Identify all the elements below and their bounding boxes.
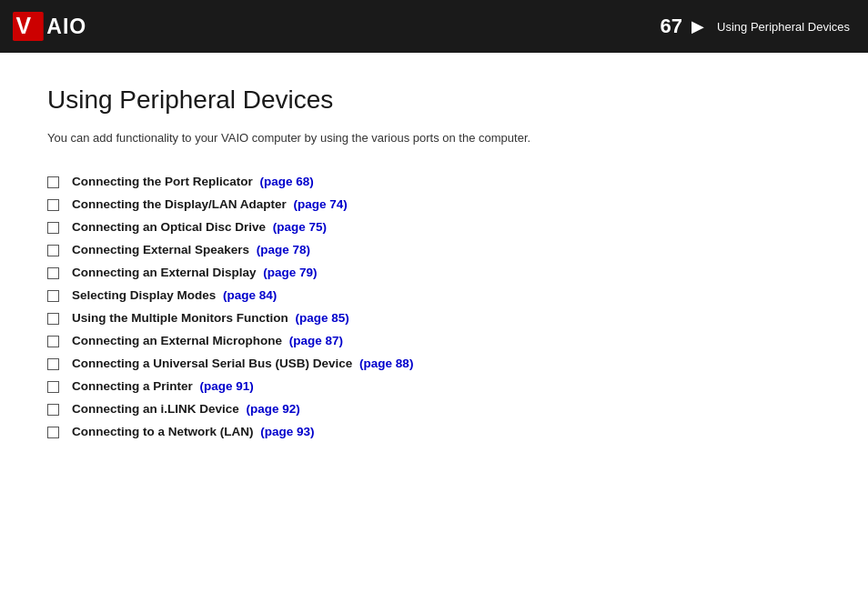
- list-item: Connecting to a Network (LAN) (page 93): [47, 425, 821, 438]
- checkbox-icon: [47, 313, 59, 325]
- checkbox-icon: [47, 176, 59, 188]
- menu-item-link[interactable]: (page 92): [247, 402, 300, 416]
- checkbox-icon: [47, 381, 59, 393]
- checkbox-icon: [47, 404, 59, 416]
- page-header: V AIO 67 ▶ Using Peripheral Devices: [0, 0, 868, 53]
- svg-text:AIO: AIO: [46, 15, 86, 38]
- menu-item-label: Selecting Display Modes (page 84): [72, 288, 277, 302]
- menu-item-text: Connecting a Universal Serial Bus (USB) …: [72, 357, 356, 370]
- menu-item-label: Connecting an Optical Disc Drive (page 7…: [72, 220, 327, 234]
- menu-item-link[interactable]: (page 74): [294, 197, 348, 211]
- checkbox-icon: [47, 199, 59, 211]
- header-right: 67 ▶ Using Peripheral Devices: [661, 15, 850, 38]
- list-item: Connecting the Display/LAN Adapter (page…: [47, 197, 821, 211]
- menu-item-label: Using the Multiple Monitors Function (pa…: [72, 311, 349, 325]
- list-item: Connecting an External Display (page 79): [47, 266, 821, 279]
- menu-item-text: Connecting a Printer: [72, 379, 197, 393]
- vaio-logo: V AIO: [13, 12, 102, 41]
- checkbox-icon: [47, 222, 59, 234]
- menu-item-text: Connecting an i.LINK Device: [72, 402, 243, 416]
- checkbox-icon: [47, 267, 59, 279]
- checkbox-icon: [47, 290, 59, 302]
- checkbox-icon: [47, 427, 59, 438]
- menu-item-text: Using the Multiple Monitors Function: [72, 311, 291, 325]
- menu-item-label: Connecting an External Microphone (page …: [72, 334, 343, 347]
- list-item: Connecting a Universal Serial Bus (USB) …: [47, 357, 821, 370]
- menu-item-text: Connecting an External Display: [72, 266, 259, 279]
- menu-item-text: Connecting an External Microphone: [72, 334, 286, 347]
- intro-paragraph: You can add functionality to your VAIO c…: [47, 129, 821, 147]
- checkbox-icon: [47, 358, 59, 370]
- list-item: Using the Multiple Monitors Function (pa…: [47, 311, 821, 325]
- menu-item-text: Connecting to a Network (LAN): [72, 425, 257, 438]
- list-item: Connecting an Optical Disc Drive (page 7…: [47, 220, 821, 234]
- main-content: Using Peripheral Devices You can add fun…: [0, 53, 868, 475]
- menu-item-link[interactable]: (page 84): [223, 288, 277, 302]
- menu-item-label: Connecting the Display/LAN Adapter (page…: [72, 197, 348, 211]
- list-item: Connecting a Printer (page 91): [47, 379, 821, 393]
- list-item: Connecting an External Microphone (page …: [47, 334, 821, 347]
- menu-item-link[interactable]: (page 78): [257, 243, 310, 256]
- svg-text:V: V: [16, 13, 32, 38]
- menu-item-link[interactable]: (page 85): [295, 311, 348, 325]
- menu-item-link[interactable]: (page 75): [273, 220, 327, 234]
- menu-list: Connecting the Port Replicator (page 68)…: [47, 175, 821, 438]
- arrow-icon: ▶: [691, 16, 704, 36]
- menu-item-label: Connecting to a Network (LAN) (page 93): [72, 425, 315, 438]
- header-section-title: Using Peripheral Devices: [717, 20, 850, 34]
- menu-item-text: Connecting External Speakers: [72, 243, 253, 256]
- menu-item-label: Connecting a Printer (page 91): [72, 379, 254, 393]
- menu-item-label: Connecting the Port Replicator (page 68): [72, 175, 314, 188]
- list-item: Connecting an i.LINK Device (page 92): [47, 402, 821, 416]
- page-title: Using Peripheral Devices: [47, 85, 821, 115]
- menu-item-text: Selecting Display Modes: [72, 288, 219, 302]
- checkbox-icon: [47, 245, 59, 256]
- menu-item-label: Connecting External Speakers (page 78): [72, 243, 310, 256]
- list-item: Selecting Display Modes (page 84): [47, 288, 821, 302]
- list-item: Connecting the Port Replicator (page 68): [47, 175, 821, 188]
- list-item: Connecting External Speakers (page 78): [47, 243, 821, 256]
- menu-item-link[interactable]: (page 68): [260, 175, 314, 188]
- menu-item-text: Connecting the Port Replicator: [72, 175, 257, 188]
- menu-item-link[interactable]: (page 88): [359, 357, 413, 370]
- menu-item-label: Connecting an External Display (page 79): [72, 266, 318, 279]
- menu-item-link[interactable]: (page 79): [263, 266, 317, 279]
- checkbox-icon: [47, 336, 59, 347]
- menu-item-link[interactable]: (page 87): [289, 334, 343, 347]
- menu-item-text: Connecting the Display/LAN Adapter: [72, 197, 290, 211]
- menu-item-link[interactable]: (page 93): [260, 425, 314, 438]
- menu-item-label: Connecting a Universal Serial Bus (USB) …: [72, 357, 413, 370]
- menu-item-label: Connecting an i.LINK Device (page 92): [72, 402, 300, 416]
- menu-item-text: Connecting an Optical Disc Drive: [72, 220, 269, 234]
- menu-item-link[interactable]: (page 91): [200, 379, 254, 393]
- page-number: 67: [661, 15, 682, 38]
